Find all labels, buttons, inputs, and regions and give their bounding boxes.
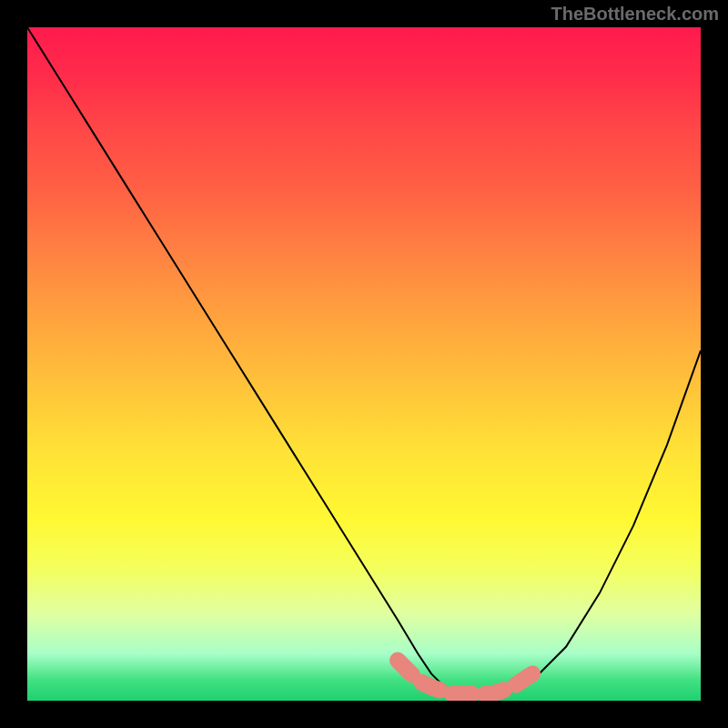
chart-container <box>27 27 701 701</box>
watermark-text: TheBottleneck.com <box>551 4 719 25</box>
highlight-markers <box>398 661 532 694</box>
chart-svg <box>27 27 701 701</box>
bottleneck-curve-line <box>27 27 701 694</box>
highlight-band-path <box>398 661 532 694</box>
